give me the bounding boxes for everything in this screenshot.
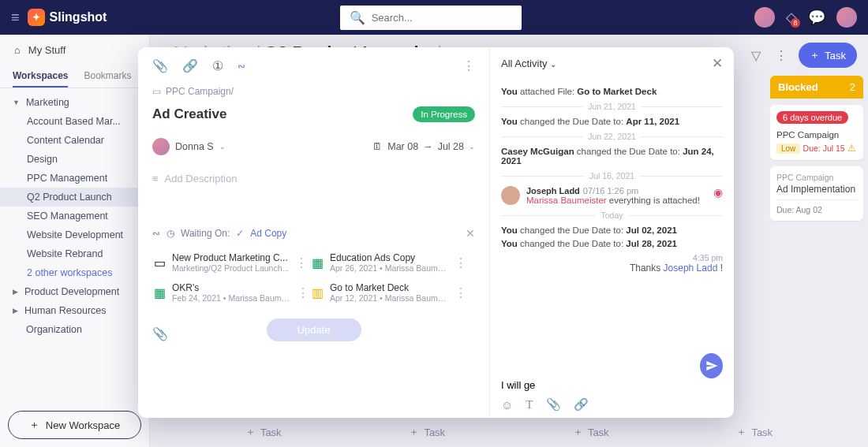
task-title[interactable]: Ad Creative (152, 106, 226, 122)
tree-item[interactable]: Website Development (0, 225, 149, 244)
add-task-button[interactable]: ＋Task (409, 425, 445, 439)
assignee[interactable]: Donna S⌄ (152, 138, 226, 155)
mention-link[interactable]: Joseph Ladd (664, 263, 718, 274)
logo[interactable]: ✦ Slingshot (28, 9, 107, 26)
activity-entry: You changed the Due Date to: Jul 02, 202… (501, 225, 723, 235)
tree-product[interactable]: ▶Product Development (0, 282, 149, 301)
text-format-icon[interactable]: T (526, 398, 533, 412)
tree-org[interactable]: Organization (0, 320, 149, 339)
notifications-icon[interactable]: ◇8 (786, 9, 797, 26)
tree-item[interactable]: PPC Management (0, 169, 149, 188)
logo-icon: ✦ (28, 9, 45, 26)
warning-icon[interactable]: ① (212, 58, 223, 73)
more-icon[interactable]: ⋮ (462, 58, 475, 73)
hamburger-icon[interactable]: ≡ (11, 9, 20, 26)
tab-workspaces[interactable]: Workspaces (13, 65, 68, 88)
home-icon: ⌂ (14, 44, 21, 56)
add-task-button[interactable]: ＋Task (736, 425, 773, 439)
more-icon[interactable]: ⋮ (455, 255, 467, 270)
folder-icon: ▭ (152, 86, 161, 97)
calendar-icon: 🗓 (372, 141, 383, 152)
search-input[interactable] (372, 12, 512, 24)
waiting-on-row: ∾ ◷ Waiting On: ✓ Ad Copy ✕ (152, 227, 475, 240)
chevron-down-icon: ⌄ (219, 143, 226, 151)
modal-left: 📎 🔗 ① ∾ ⋮ ▭PPC Campaign/ Ad Creative In … (138, 47, 489, 418)
sidebar-mystuff[interactable]: ⌂My Stuff (0, 35, 149, 65)
avatar-assistant[interactable] (754, 7, 775, 28)
activity-message: Joseph Ladd07/16 1:26 pm Marissa Baumeis… (501, 186, 723, 205)
new-workspace-button[interactable]: ＋New Workspace (8, 411, 141, 439)
sidebar-tabs: Workspaces Bookmarks (0, 65, 149, 88)
card-due: Due: Aug 02 (776, 205, 857, 214)
card-title: PPC Campaign (776, 130, 857, 140)
add-task-row: ＋Task ＋Task ＋Task ＋Task (181, 425, 836, 439)
tree-item[interactable]: Website Rebrand (0, 244, 149, 263)
dependency-icon[interactable]: ∾ (238, 61, 245, 72)
seen-icon: ◉ (713, 186, 723, 205)
link-icon[interactable]: 🔗 (182, 58, 198, 73)
activity-filter[interactable]: All Activity ⌄ (501, 58, 556, 69)
close-icon[interactable]: ✕ (712, 55, 723, 72)
attachment-icon[interactable]: 📎 (152, 58, 168, 73)
tree-other-workspaces[interactable]: 2 other workspaces (0, 263, 149, 282)
task-modal: 📎 🔗 ① ∾ ⋮ ▭PPC Campaign/ Ad Creative In … (138, 47, 734, 418)
activity-feed[interactable]: You attached File: Go to Market Deck Jun… (490, 80, 734, 366)
composer: ☺ T 📎 🔗 (490, 366, 734, 418)
tree-item[interactable]: Account Based Mar... (0, 112, 149, 131)
card-title: Ad Implementation (776, 184, 857, 195)
emoji-icon[interactable]: ☺ (501, 398, 513, 412)
search-box[interactable]: 🔍 (340, 6, 522, 30)
board-header: ▽ ⋮ ＋Task (748, 43, 857, 68)
attachment-icon[interactable]: 📎 (152, 326, 168, 341)
tree-item-active[interactable]: Q2 Product Launch (0, 188, 149, 207)
modal-toolbar: 📎 🔗 ① ∾ ⋮ (152, 58, 475, 73)
more-icon[interactable]: ⋮ (772, 45, 791, 66)
tree-item[interactable]: SEO Management (0, 207, 149, 225)
filter-icon[interactable]: ▽ (748, 45, 764, 66)
status-pill[interactable]: In Progress (413, 106, 475, 122)
update-button[interactable]: Update (267, 318, 361, 341)
waiting-item[interactable]: Ad Copy (250, 228, 286, 239)
attachment-item[interactable]: ▦OKR'sFeb 24, 2021 • Marissa Baume...⋮ (152, 278, 302, 307)
more-icon[interactable]: ⋮ (455, 285, 467, 300)
tree-item[interactable]: Design (0, 150, 149, 169)
attachment-item[interactable]: ▦Education Ads CopyApr 26, 2021 • Mariss… (310, 248, 460, 278)
attachment-item[interactable]: ▥Go to Market DeckApr 12, 2021 • Marissa… (310, 278, 460, 307)
task-card[interactable]: 6 days overdue PPC Campaign Low Due: Jul… (770, 105, 863, 160)
tab-bookmarks[interactable]: Bookmarks (84, 65, 131, 88)
dependency-icon: ∾ (152, 228, 160, 239)
add-task-button[interactable]: ＋Task (573, 425, 609, 439)
activity-entry: Casey McGuigan changed the Due Date to: … (501, 147, 723, 166)
tree-marketing[interactable]: ▼Marketing (0, 93, 149, 112)
chevron-down-icon: ▼ (13, 99, 20, 106)
description-input[interactable]: ≡Add Description (152, 173, 475, 184)
modal-breadcrumb[interactable]: ▭PPC Campaign/ (152, 86, 475, 97)
avatar-user[interactable] (836, 7, 857, 28)
send-button[interactable] (700, 353, 723, 378)
add-task-button[interactable]: ＋Task (245, 425, 282, 439)
chevron-down-icon: ⌄ (550, 60, 556, 69)
tree-item[interactable]: Content Calendar (0, 131, 149, 150)
due-label: Due: Jul 15 (803, 143, 847, 153)
new-task-button[interactable]: ＋Task (799, 43, 857, 68)
messages-icon[interactable]: 💬 (808, 9, 825, 26)
attachment-icon[interactable]: 📎 (546, 397, 561, 412)
activity-entry: You changed the Due Date to: Apr 11, 202… (501, 117, 723, 126)
warning-icon: ⚠ (847, 143, 856, 153)
attachments: ▭New Product Marketing C...Marketing/Q2 … (152, 248, 475, 307)
attachment-item[interactable]: ▭New Product Marketing C...Marketing/Q2 … (152, 248, 302, 278)
clock-icon: ◷ (166, 228, 174, 239)
column-header-blocked[interactable]: Blocked2 (770, 76, 863, 99)
text-icon: ≡ (152, 173, 159, 184)
mention-link[interactable]: Marissa Baumeister (526, 196, 607, 205)
tree-hr[interactable]: ▶Human Resources (0, 301, 149, 320)
more-icon[interactable]: ⋮ (295, 255, 308, 270)
chevron-right-icon: ▶ (13, 288, 18, 296)
compose-input[interactable] (501, 374, 700, 396)
task-card[interactable]: PPC Campaign Ad Implementation Due: Aug … (770, 166, 863, 221)
link-icon[interactable]: 🔗 (574, 397, 589, 412)
more-icon[interactable]: ⋮ (297, 285, 309, 300)
search-icon: 🔍 (350, 10, 365, 25)
remove-icon[interactable]: ✕ (466, 227, 475, 240)
date-range[interactable]: 🗓Mar 08→Jul 28⌄ (372, 141, 475, 152)
